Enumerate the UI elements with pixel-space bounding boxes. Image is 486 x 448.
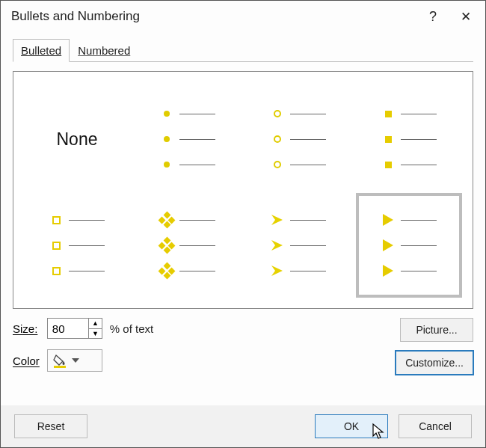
- filled-square-icon: [381, 107, 395, 120]
- titlebar: Bullets and Numbering ? ✕: [1, 1, 485, 32]
- tab-numbered[interactable]: Numbered: [70, 39, 138, 62]
- picture-button[interactable]: Picture...: [400, 318, 473, 342]
- bullet-style-none[interactable]: None: [27, 90, 127, 188]
- triangle-icon: [381, 213, 395, 227]
- size-label: Size:: [13, 322, 40, 335]
- controls-right: Picture... Customize...: [396, 318, 473, 375]
- arrowhead-icon: [271, 213, 284, 227]
- dialog-title: Bullets and Numbering: [11, 9, 416, 24]
- pct-text: % of text: [110, 322, 153, 335]
- color-label: Color: [13, 355, 40, 367]
- bullets-numbering-dialog: Bullets and Numbering ? ✕ Bulleted Numbe…: [0, 0, 486, 448]
- cancel-button[interactable]: Cancel: [399, 414, 472, 438]
- paint-bucket-icon: [52, 353, 67, 368]
- bullet-style-hollow-circle[interactable]: [248, 90, 348, 188]
- bullet-style-hollow-square[interactable]: [27, 196, 127, 295]
- tabs: Bulleted Numbered: [13, 38, 473, 62]
- dialog-body: Bulleted Numbered None: [1, 32, 485, 384]
- bullet-style-filled-square[interactable]: [359, 90, 459, 188]
- size-input[interactable]: [48, 319, 88, 338]
- close-icon[interactable]: ✕: [449, 4, 482, 28]
- spinner-up-icon[interactable]: ▲: [89, 319, 102, 329]
- customize-button[interactable]: Customize...: [396, 351, 473, 375]
- spinner-arrows: ▲ ▼: [88, 319, 102, 338]
- hollow-circle-icon: [271, 107, 284, 120]
- bullet-style-arrowhead[interactable]: [248, 196, 348, 295]
- hollow-square-icon: [49, 213, 63, 227]
- controls-row: Size: ▲ ▼ % of text Color: [13, 318, 473, 375]
- filled-circle-icon: [160, 107, 173, 120]
- bullet-style-filled-circle[interactable]: [138, 90, 238, 188]
- four-diamonds-icon: [160, 213, 173, 227]
- ok-button[interactable]: OK: [315, 414, 388, 438]
- spinner-down-icon[interactable]: ▼: [89, 329, 102, 339]
- bullet-style-grid: None: [27, 90, 459, 295]
- bullet-style-triangle[interactable]: [359, 196, 459, 295]
- size-spinner[interactable]: ▲ ▼: [47, 318, 102, 339]
- chevron-down-icon: [72, 358, 79, 363]
- help-icon[interactable]: ?: [416, 9, 449, 25]
- dialog-footer: Reset OK Cancel: [1, 405, 485, 447]
- tab-bulleted[interactable]: Bulleted: [13, 39, 70, 62]
- svg-rect-0: [54, 366, 66, 368]
- bullet-style-four-diamonds[interactable]: [138, 196, 238, 295]
- color-picker[interactable]: [47, 349, 102, 372]
- reset-button[interactable]: Reset: [14, 414, 87, 438]
- bullet-style-panel: None: [13, 71, 473, 309]
- controls-left: Size: ▲ ▼ % of text Color: [13, 318, 153, 372]
